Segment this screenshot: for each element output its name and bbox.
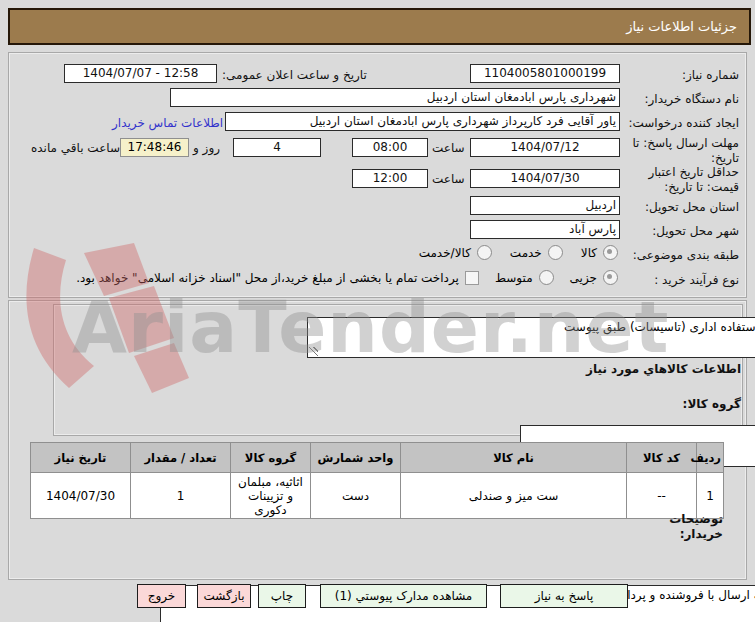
countdown-timer: 17:48:46: [120, 138, 189, 157]
goods-info-header: اطلاعات کالاهاي مورد نیاز: [586, 362, 741, 377]
radio-goods-label: کالا: [581, 246, 597, 260]
price-validity-time-field[interactable]: 12:00: [352, 169, 428, 188]
radio-goods-icon[interactable]: [603, 245, 618, 260]
cell-quantity: 1: [131, 473, 231, 519]
col-unit: واحد شمارش: [311, 443, 401, 473]
price-validity-label: حداقل تاریخ اعتبار قیمت: تا تاریخ:: [627, 165, 739, 195]
radio-goods-service-icon[interactable]: [477, 245, 492, 260]
deadline-label: مهلت ارسال پاسخ: تا تاریخ:: [627, 136, 739, 166]
province-label: استان محل تحویل:: [645, 200, 739, 215]
process-type-options: جزیی متوسط پرداخت تمام یا بخشی از مبلغ خ…: [76, 270, 618, 285]
buyer-contact-link[interactable]: اطلاعات تماس خریدار: [112, 116, 223, 130]
need-number-label: شماره نیاز:: [682, 68, 739, 83]
radio-service-label: خدمت: [510, 246, 542, 260]
cell-goods-name: ست میز و صندلی: [401, 473, 627, 519]
radio-option-service[interactable]: خدمت: [510, 245, 563, 260]
cell-unit: دست: [311, 473, 401, 519]
radio-service-icon[interactable]: [548, 245, 563, 260]
deadline-days-field[interactable]: 4: [233, 138, 321, 157]
treasury-checkbox-label: پرداخت تمام یا بخشی از مبلغ خرید،از محل …: [76, 271, 459, 285]
radio-medium-icon[interactable]: [539, 270, 554, 285]
col-goods-group: گروه کالا: [231, 443, 311, 473]
days-and-label: روز و: [193, 141, 220, 156]
city-label: شهر محل تحویل:: [652, 224, 739, 239]
buyer-comments-label: توضیحات خریدار:: [661, 512, 723, 542]
table-header-row: ردیف کد کالا نام کالا واحد شمارش گروه کا…: [31, 443, 724, 473]
price-validity-date-field[interactable]: 1404/07/30: [470, 169, 620, 188]
radio-minor-label: جزیی: [570, 271, 597, 285]
back-button[interactable]: بازگشت: [197, 584, 251, 608]
need-number-field[interactable]: 1104005801000199: [470, 64, 620, 83]
goods-table: ردیف کد کالا نام کالا واحد شمارش گروه کا…: [30, 442, 724, 519]
creator-label: ایجاد کننده درخواست:: [628, 116, 739, 131]
process-type-label: نوع فرآیند خرید :: [654, 273, 739, 288]
page-title: جزئیات اطلاعات نیاز: [8, 8, 751, 45]
treasury-checkbox-icon[interactable]: [465, 271, 479, 285]
radio-minor-icon[interactable]: [603, 270, 618, 285]
need-details-window: جزئیات اطلاعات نیاز شماره نیاز: 11040058…: [0, 0, 755, 622]
col-row-number: ردیف: [697, 443, 724, 473]
validity-hour-label: ساعت: [432, 172, 465, 187]
cell-need-date: 1404/07/30: [31, 473, 131, 519]
announce-datetime-label: تاریخ و ساعت اعلان عمومی:: [222, 68, 367, 83]
creator-field[interactable]: یاور آقایی فرد کارپرداز شهرداری پارس ابا…: [225, 112, 620, 131]
announce-datetime-field[interactable]: 1404/07/07 - 12:58: [64, 64, 217, 83]
print-button[interactable]: چاپ: [258, 584, 306, 608]
col-quantity: تعداد / مقدار: [131, 443, 231, 473]
cell-goods-group: اثاثیه، مبلمان و تزیینات دکوری: [231, 473, 311, 519]
exit-button[interactable]: خروج: [137, 584, 186, 608]
classification-options: کالا خدمت کالا/خدمت: [419, 245, 618, 260]
need-desc-textarea[interactable]: میز و صندلی جهت استفاده اداری (تاسیسات) …: [307, 317, 755, 358]
treasury-checkbox-option[interactable]: پرداخت تمام یا بخشی از مبلغ خرید،از محل …: [76, 271, 479, 285]
deadline-hour-label: ساعت: [432, 141, 465, 156]
respond-button[interactable]: پاسخ به نیاز: [500, 584, 628, 608]
resize-grip-icon[interactable]: [309, 347, 318, 356]
remaining-hours-label: ساعت باقي مانده: [31, 141, 120, 156]
col-need-date: تاریخ نیاز: [31, 443, 131, 473]
radio-option-goods-service[interactable]: کالا/خدمت: [419, 245, 492, 260]
radio-option-minor[interactable]: جزیی: [570, 270, 618, 285]
city-field[interactable]: پارس آباد: [470, 220, 620, 239]
col-goods-name: نام کالا: [401, 443, 627, 473]
view-documents-button[interactable]: مشاهده مدارک پیوستي (1): [320, 584, 487, 608]
radio-option-medium[interactable]: متوسط: [495, 270, 554, 285]
need-desc-value: میز و صندلی جهت استفاده اداری (تاسیسات) …: [564, 320, 755, 334]
province-field[interactable]: اردبیل: [470, 196, 620, 215]
radio-option-goods[interactable]: کالا: [581, 245, 618, 260]
goods-group-label: گروه کالا:: [683, 397, 741, 412]
table-row: 1 -- ست میز و صندلی دست اثاثیه، مبلمان و…: [31, 473, 724, 519]
col-goods-code: کد کالا: [627, 443, 697, 473]
deadline-time-field[interactable]: 08:00: [352, 138, 428, 157]
radio-goods-service-label: کالا/خدمت: [419, 246, 471, 260]
radio-medium-label: متوسط: [495, 271, 533, 285]
classification-label: طبقه بندی موضوعی:: [633, 248, 739, 263]
buyer-org-label: نام دستگاه خریدار:: [645, 92, 740, 107]
deadline-date-field[interactable]: 1404/07/12: [470, 138, 620, 157]
buyer-org-field[interactable]: شهرداری پارس ابادمغان استان اردبیل: [170, 88, 620, 107]
